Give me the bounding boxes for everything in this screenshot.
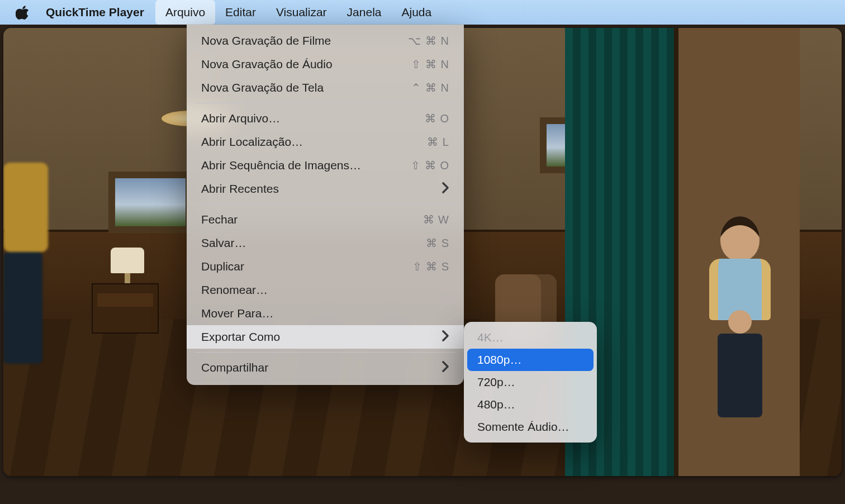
menubar-item-janela[interactable]: Janela [337,0,392,25]
menu-item-abrir-sequencia-de-imagens[interactable]: Abrir Sequência de Imagens…⇧ ⌘ O [187,154,464,177]
menu-item-mover-para[interactable]: Mover Para… [187,302,464,325]
menu-item-label: Duplicar [201,260,244,273]
menu-item-label: Abrir Localização… [201,135,303,149]
menu-item-nova-gravacao-de-audio[interactable]: Nova Gravação de Áudio⇧ ⌘ N [187,53,464,76]
menu-separator [194,103,456,103]
menubar-item-editar[interactable]: Editar [215,0,266,25]
submenu-item-720p[interactable]: 720p… [467,371,594,393]
menu-item-label: Nova Gravação de Tela [201,81,324,94]
menubar: QuickTime Player ArquivoEditarVisualizar… [0,0,845,25]
menu-item-duplicar[interactable]: Duplicar⇧ ⌘ S [187,255,464,278]
menu-item-label: Abrir Sequência de Imagens… [201,159,361,172]
chevron-right-icon [442,360,449,375]
menu-item-shortcut: ⌥ ⌘ N [408,34,449,47]
submenu-item-somente-audio[interactable]: Somente Áudio… [467,416,594,438]
menu-item-label: Abrir Recentes [201,182,279,196]
menu-item-shortcut: ⌘ S [426,236,449,250]
menu-item-shortcut: ⇧ ⌘ N [411,58,449,71]
submenu-item-480p[interactable]: 480p… [467,393,594,416]
chevron-right-icon [442,330,449,345]
menubar-app-name[interactable]: QuickTime Player [46,0,155,25]
menu-item-abrir-localizacao[interactable]: Abrir Localização…⌘ L [187,130,464,154]
menu-arquivo-dropdown: Nova Gravação de Filme⌥ ⌘ NNova Gravação… [187,25,464,385]
submenu-item-1080p[interactable]: 1080p… [467,349,594,371]
menubar-item-ajuda[interactable]: Ajuda [391,0,442,25]
menu-item-abrir-recentes[interactable]: Abrir Recentes [187,177,464,201]
menu-item-exportar-como[interactable]: Exportar Como [187,325,464,349]
menu-item-salvar[interactable]: Salvar…⌘ S [187,231,464,255]
menu-item-label: Abrir Arquivo… [201,112,280,125]
menu-separator [194,352,456,353]
menu-item-abrir-arquivo[interactable]: Abrir Arquivo…⌘ O [187,107,464,130]
menu-item-label: Exportar Como [201,330,280,344]
menu-item-label: Nova Gravação de Filme [201,34,331,47]
menubar-item-visualizar[interactable]: Visualizar [266,0,337,25]
menu-item-renomear[interactable]: Renomear… [187,278,464,302]
menu-item-fechar[interactable]: Fechar⌘ W [187,208,464,231]
menu-item-shortcut: ⇧ ⌘ O [411,159,449,172]
submenu-item-4k: 4K… [467,326,594,349]
menu-item-compartilhar[interactable]: Compartilhar [187,356,464,379]
menu-separator [194,204,456,205]
menu-item-nova-gravacao-de-tela[interactable]: Nova Gravação de Tela⌃ ⌘ N [187,76,464,99]
menu-item-shortcut: ⇧ ⌘ S [412,260,449,273]
menu-item-shortcut: ⌃ ⌘ N [411,81,449,94]
menu-item-label: Fechar [201,213,238,226]
menu-item-label: Mover Para… [201,307,274,320]
menu-item-label: Renomear… [201,283,268,297]
menu-item-shortcut: ⌘ O [425,112,449,125]
menu-item-shortcut: ⌘ W [423,213,449,226]
menu-item-label: Compartilhar [201,361,268,374]
apple-logo-icon[interactable] [16,5,30,20]
menu-item-label: Salvar… [201,236,246,250]
menu-item-shortcut: ⌘ L [427,135,449,149]
menubar-item-arquivo[interactable]: Arquivo [155,0,215,25]
menu-item-label: Nova Gravação de Áudio [201,58,333,71]
menu-item-nova-gravacao-de-filme[interactable]: Nova Gravação de Filme⌥ ⌘ N [187,29,464,53]
submenu-exportar-como: 4K…1080p…720p…480p…Somente Áudio… [464,322,597,443]
chevron-right-icon [442,182,449,197]
